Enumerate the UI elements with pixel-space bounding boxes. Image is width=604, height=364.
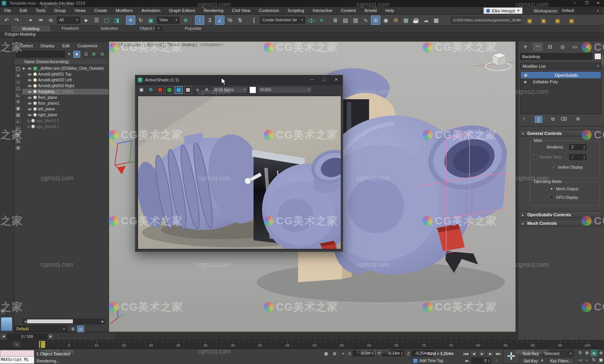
list-item[interactable]: agu_blech1:1 xyxy=(22,118,109,124)
alpha-channel-toggle[interactable]: ● xyxy=(193,86,201,94)
project-folder-add-icon[interactable]: ▣ xyxy=(552,17,563,24)
zoom-all-icon[interactable]: ⊞ xyxy=(584,350,590,356)
signin-user-button[interactable]: Elke Hengst ▼ xyxy=(483,7,523,14)
maximize-button[interactable]: ❐ xyxy=(581,0,592,7)
eye-icon[interactable] xyxy=(27,90,32,94)
tab-object-paint[interactable]: Object Paint xyxy=(130,26,173,32)
spinner-icon[interactable]: ▲▼ xyxy=(401,351,403,356)
toggle-ribbon-icon[interactable]: ▥ xyxy=(351,16,360,25)
explorer-settings-icon[interactable]: ⊟ xyxy=(99,51,106,58)
display-lights-icon[interactable]: ☼ xyxy=(14,79,22,85)
menu-rendering[interactable]: Rendering xyxy=(200,7,228,14)
explorer-menu-edit[interactable]: Edit xyxy=(59,43,73,48)
render-production-icon[interactable]: ☕ xyxy=(411,16,421,25)
align-icon[interactable]: ≡ xyxy=(317,16,326,25)
make-unique-icon[interactable]: ⧉ xyxy=(549,116,557,123)
zoom-extents-all-icon[interactable]: ⊛ xyxy=(598,350,604,356)
hierarchy-view-icon[interactable]: ⊞ xyxy=(77,326,84,332)
go-to-start-button[interactable]: |◀◀ xyxy=(462,350,469,357)
pin-stack-icon[interactable]: ⊺ xyxy=(520,116,528,123)
undo-icon[interactable]: ↶ xyxy=(2,16,11,25)
modifier-eye-icon[interactable]: ◉ xyxy=(521,72,531,78)
menu-arnold[interactable]: Arnold xyxy=(360,7,381,14)
tab-create[interactable]: ✛ xyxy=(521,43,530,51)
menu-tools[interactable]: Tools xyxy=(31,7,50,14)
play-button[interactable]: ▶ xyxy=(478,350,486,357)
menu-interactive[interactable]: Interactive xyxy=(309,7,337,14)
next-range-arrow[interactable]: ▶ xyxy=(48,334,53,339)
previous-frame-button[interactable]: ◀| xyxy=(470,350,478,357)
object-name-field[interactable]: Backdrop xyxy=(520,53,592,60)
list-item[interactable]: ArnoldLight002 Left xyxy=(22,77,109,83)
field-of-view-icon[interactable]: ◅ xyxy=(577,357,583,363)
x-coordinate-field[interactable]: 0,0m▲▼ xyxy=(353,350,374,356)
display-space-warps-icon[interactable]: ≋ xyxy=(14,98,22,105)
explorer-menu-select[interactable]: Select xyxy=(17,43,36,48)
toggle-scene-explorer-icon[interactable]: ≣ xyxy=(331,16,340,25)
close-icon[interactable]: ✕ xyxy=(330,76,342,84)
maxscript-mini-listener-input[interactable] xyxy=(0,350,34,357)
menu-group[interactable]: Group xyxy=(50,7,70,14)
rollout-opensubdiv-controls[interactable]: ► OpenSubdiv Controls xyxy=(519,211,602,218)
display-helpers-icon[interactable]: ◺ xyxy=(14,92,22,98)
absolute-offset-mode-icon[interactable]: ⌖ xyxy=(340,351,347,357)
display-all-icon[interactable]: ◯ xyxy=(14,66,22,72)
set-keys-button[interactable]: ✛ xyxy=(503,350,519,364)
spinner-snap-toggle-icon[interactable]: ⇅ xyxy=(235,16,245,25)
selection-filter-dropdown[interactable]: All▼ xyxy=(57,17,80,24)
scroll-left-arrow[interactable]: ◀ xyxy=(23,319,27,324)
modifier-stack-row[interactable]: ►Editable Poly xyxy=(521,78,601,85)
display-channel-dropdown[interactable]: RGB Alpha▼ xyxy=(212,86,248,93)
viewport-layout-tab-button[interactable] xyxy=(1,317,12,331)
next-frame-button[interactable]: |▶ xyxy=(487,350,494,357)
menu-create[interactable]: Create xyxy=(90,7,111,14)
render-presets-icon[interactable]: ▩ xyxy=(431,16,441,25)
configure-modifier-sets-icon[interactable]: ⚙ xyxy=(574,116,582,123)
menu-customize[interactable]: Customize xyxy=(255,7,283,14)
key-mode-toggle-icon[interactable]: ◔ xyxy=(493,358,499,364)
list-item[interactable]: agu_blech2:1 xyxy=(22,124,109,129)
reference-coordinate-dropdown[interactable]: View▼ xyxy=(157,17,179,24)
background-color-swatch[interactable] xyxy=(249,86,256,93)
select-and-rotate-icon[interactable]: ↻ xyxy=(136,16,145,25)
list-item[interactable]: floor_plane xyxy=(22,95,109,100)
project-path-dropdown[interactable]: D:\004 Elkes Untersuchungszimmer\_3DSMax… xyxy=(451,17,521,24)
redo-icon[interactable]: ↷ xyxy=(12,16,21,25)
display-geometry-icon[interactable]: ● xyxy=(14,72,22,79)
spinner-icon[interactable]: ▲▼ xyxy=(371,351,374,356)
list-item[interactable]: Backdrop xyxy=(22,89,109,95)
display-cameras-icon[interactable]: ▢ xyxy=(14,85,22,92)
menu-views[interactable]: Views xyxy=(70,7,90,14)
character-key-icon[interactable]: ⋔ xyxy=(540,358,544,362)
use-pivot-point-icon[interactable]: ⊕ xyxy=(181,16,190,25)
tab-display[interactable]: ▭ xyxy=(570,43,580,51)
maximize-viewport-icon[interactable]: ▣ xyxy=(598,357,604,363)
green-channel-toggle[interactable] xyxy=(166,86,173,94)
monochrome-toggle[interactable] xyxy=(184,86,192,94)
render-iters-field[interactable]: 2▲▼ xyxy=(569,154,586,160)
material-editor-icon[interactable]: ◉ xyxy=(381,16,390,25)
expand-arrow-icon[interactable]: ► xyxy=(521,79,531,84)
menu-scripting[interactable]: Scripting xyxy=(283,7,309,14)
menu-graph-editors[interactable]: Graph Editors xyxy=(165,7,200,14)
red-channel-toggle[interactable] xyxy=(156,86,164,94)
menu-animation[interactable]: Animation xyxy=(137,7,165,14)
mesh-output-radio[interactable] xyxy=(550,187,554,191)
key-selection-dropdown[interactable]: Selected▼ xyxy=(542,350,574,357)
sync-selection-icon[interactable]: ⊞ xyxy=(90,51,97,58)
eye-icon[interactable] xyxy=(27,84,32,88)
spinner-icon[interactable]: ▲▼ xyxy=(583,145,585,150)
render-iters-checkbox[interactable] xyxy=(533,155,537,159)
clone-window-icon[interactable]: ⧉ xyxy=(147,86,155,94)
display-xrefs-icon[interactable]: ⊠ xyxy=(14,145,22,151)
minimize-button[interactable]: ─ xyxy=(569,0,581,7)
expand-arrow-icon[interactable]: ▶ xyxy=(23,67,26,70)
eye-icon[interactable] xyxy=(27,113,32,117)
menu-modifiers[interactable]: Modifiers xyxy=(111,7,137,14)
percent-snap-toggle-icon[interactable]: % xyxy=(225,16,235,25)
window-crossing-toggle-icon[interactable]: ◨ xyxy=(112,16,121,25)
display-shapes-icon[interactable]: ✎ xyxy=(14,131,22,138)
selection-lock-toggle-icon[interactable]: ⊠ xyxy=(331,351,338,357)
eye-icon[interactable] xyxy=(27,67,32,71)
object-color-swatch[interactable] xyxy=(594,53,601,60)
